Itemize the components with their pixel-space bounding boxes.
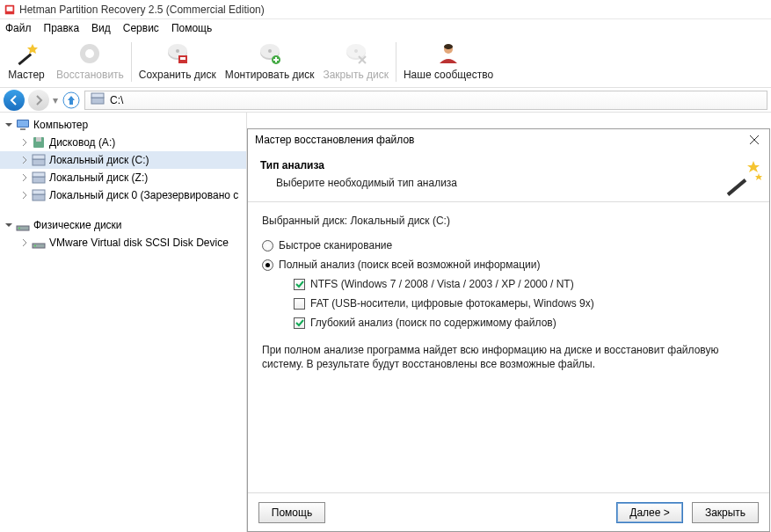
svg-rect-34 [33,177,45,183]
svg-point-8 [176,49,179,53]
collapse-icon[interactable] [4,220,14,230]
svg-rect-45 [731,172,737,179]
help-button-label: Помощь [272,506,312,519]
svg-marker-47 [755,173,762,180]
title-bar: Hetman Partition Recovery 2.5 (Commercia… [0,0,771,19]
checkbox-ntfs-label: NTFS (Windows 7 / 2008 / Vista / 2003 / … [310,278,574,290]
tree-node-physical[interactable]: Физические диски [0,216,246,234]
checkbox-deep[interactable]: Глубокий анализ (поиск по содержимому фа… [294,317,755,329]
tool-save-disk[interactable]: Сохранить диск [139,40,216,81]
tree-node-disk-c[interactable]: Локальный диск (C:) [0,151,246,169]
expand-icon[interactable] [19,172,30,183]
checkbox-ntfs[interactable]: NTFS (Windows 7 / 2008 / Vista / 2003 / … [294,278,755,290]
computer-icon [16,118,30,132]
radio-full-analysis-label: Полный анализ (поиск всей возможной инфо… [279,259,540,271]
toolbar: Мастер Восстановить Сохранить диск Монти… [0,37,771,88]
tool-community[interactable]: Наше сообщество [404,40,493,81]
svg-rect-10 [180,57,185,60]
checkbox-deep-label: Глубокий анализ (поиск по содержимому фа… [310,317,556,329]
tree-node-computer[interactable]: Компьютер [0,116,246,134]
nav-bar: ▾ C:\ [0,88,771,113]
menu-bar: Файл Правка Вид Сервис Помощь [0,19,771,37]
svg-marker-3 [27,44,38,54]
expand-icon[interactable] [19,137,30,148]
tree-node-label: Локальный диск (C:) [49,154,241,166]
hdd-icon [32,236,46,250]
window-title: Hetman Partition Recovery 2.5 (Commercia… [19,4,265,16]
radio-icon [262,240,273,251]
drive-icon [91,91,105,108]
expand-icon[interactable] [19,155,30,165]
checkbox-icon [294,279,305,290]
dialog-close-button[interactable] [746,132,762,148]
tool-community-label: Наше сообщество [404,69,493,81]
tool-recover: Восстановить [56,40,124,81]
lifebuoy-icon [76,40,103,67]
tree-node-disk-z[interactable]: Локальный диск (Z:) [0,169,246,186]
close-button[interactable]: Закрыть [692,502,759,523]
menu-file[interactable]: Файл [5,22,32,34]
tree-panel: Компьютер Дисковод (A:) Локальный диск (… [0,113,247,532]
wand-icon [13,40,40,67]
next-button-label: Далее > [629,506,670,519]
svg-point-19 [354,49,358,53]
close-button-label: Закрыть [705,506,746,519]
svg-rect-2 [18,53,32,65]
tool-recover-label: Восстановить [56,69,124,81]
nav-back-button[interactable] [4,90,25,111]
svg-point-39 [18,228,20,230]
svg-rect-36 [33,194,45,200]
tree-node-label: Локальный диск 0 (Зарезервировано с [49,189,241,201]
selected-disk-label: Выбранный диск: Локальный диск (C:) [262,215,755,227]
checkbox-fat[interactable]: FAT (USB-носители, цифровые фотокамеры, … [294,297,755,310]
drive-icon [32,171,46,185]
dialog-heading: Тип анализа [260,159,757,171]
drive-icon [32,153,46,167]
toolbar-separator [131,42,132,82]
svg-rect-33 [33,155,45,159]
nav-history-dropdown-icon[interactable]: ▾ [53,94,58,106]
svg-rect-31 [36,137,41,142]
tool-close-disk-label: Закрыть диск [323,69,389,81]
tool-mount-disk[interactable]: Монтировать диск [225,40,315,81]
menu-view[interactable]: Вид [91,22,111,34]
svg-rect-26 [91,93,104,98]
nav-forward-button[interactable] [28,90,49,111]
svg-rect-1 [7,6,13,11]
dialog-title-bar: Мастер восстановления файлов [248,129,769,150]
tree-node-floppy[interactable]: Дисковод (A:) [0,134,246,151]
collapse-icon[interactable] [4,120,14,130]
address-path: C:\ [110,94,123,106]
svg-marker-46 [747,161,760,172]
tree-node-label: VMware Virtual disk SCSI Disk Device [49,237,241,249]
menu-service[interactable]: Сервис [123,22,159,34]
dialog-footer: Помощь Далее > Закрыть [248,492,769,531]
tree-node-disk-reserved[interactable]: Локальный диск 0 (Зарезервировано с [0,186,246,204]
svg-rect-16 [273,59,279,61]
help-button[interactable]: Помощь [258,502,325,523]
menu-help[interactable]: Помощь [171,22,212,34]
menu-edit[interactable]: Правка [44,22,80,34]
dialog-body: Выбранный диск: Локальный диск (C:) Быст… [248,202,769,492]
tool-wizard[interactable]: Мастер [5,40,47,81]
svg-rect-29 [20,128,25,130]
tree-node-label: Дисковод (A:) [49,136,241,149]
address-bar[interactable]: C:\ [84,91,767,110]
next-button[interactable]: Далее > [616,502,683,523]
expand-icon[interactable] [19,190,30,200]
tree-node-vmware-disk[interactable]: VMware Virtual disk SCSI Disk Device [0,234,246,251]
nav-up-button[interactable] [62,91,81,110]
svg-point-23 [444,44,453,49]
expand-icon[interactable] [19,237,30,248]
disk-mount-icon [257,40,283,67]
svg-rect-37 [33,190,45,194]
radio-fast-scan[interactable]: Быстрое сканирование [262,239,755,251]
dialog-title: Мастер восстановления файлов [255,134,746,146]
tool-save-disk-label: Сохранить диск [139,69,216,81]
toolbar-separator-2 [396,42,396,82]
recovery-wizard-dialog: Мастер восстановления файлов Тип анализа… [247,128,770,532]
hdd-icon [16,218,30,232]
dialog-header: Тип анализа Выберите необходимый тип ана… [248,150,769,202]
tool-close-disk: Закрыть диск [323,40,389,81]
radio-full-analysis[interactable]: Полный анализ (поиск всей возможной инфо… [262,259,755,271]
